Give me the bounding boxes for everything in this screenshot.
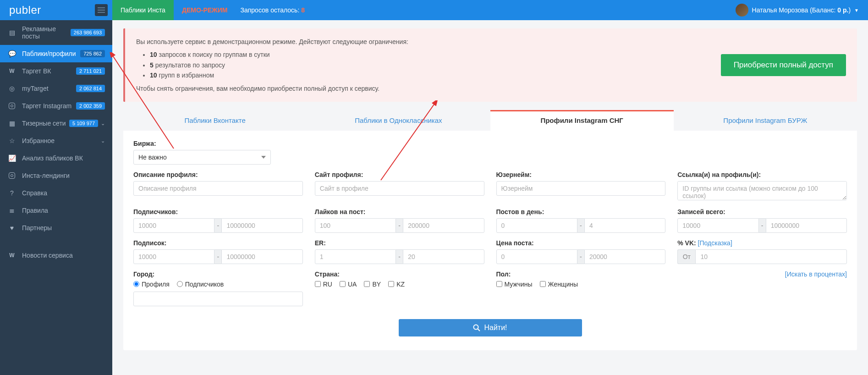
follows-from[interactable] — [133, 249, 214, 264]
ppd-to[interactable] — [584, 218, 665, 233]
chevron-down-icon: ▼ — [854, 8, 859, 13]
logo[interactable]: publer — [9, 4, 41, 17]
sidebar-item-6[interactable]: ☆Избранное⌄ — [0, 132, 112, 149]
tab-vk[interactable]: Паблики Вконтакте — [123, 110, 307, 131]
total-to[interactable] — [766, 218, 847, 233]
queries-left: Запросов осталось:8 — [241, 6, 305, 14]
count-badge: 5 109 977 — [69, 120, 98, 127]
sidebar-icon: ◎ — [7, 85, 16, 92]
follows-to[interactable] — [221, 249, 302, 264]
menu-toggle[interactable] — [95, 4, 108, 16]
sidebar-item-4[interactable]: Таргет Instagram2 002 359 — [0, 97, 112, 115]
er-to[interactable] — [403, 249, 484, 264]
price-from[interactable] — [496, 249, 577, 264]
sidebar-item-5[interactable]: ▦Тизерные сети5 109 977⌄ — [0, 115, 112, 132]
topnav-demo: ДЕМО-РЕЖИМ — [174, 0, 236, 20]
country-kz[interactable]: KZ — [388, 281, 405, 288]
country-by[interactable]: BY — [364, 281, 381, 288]
avatar — [736, 4, 748, 17]
sidebar-item-7[interactable]: 📈Анализ пабликов ВК — [0, 149, 112, 167]
count-badge: 2 002 359 — [76, 102, 105, 110]
site-input[interactable] — [315, 181, 484, 196]
birzha-select[interactable]: Не важно — [133, 150, 271, 165]
tab-insta-burzh[interactable]: Профили Instagram БУРЖ — [674, 110, 857, 131]
city-input[interactable] — [133, 292, 303, 306]
city-radio-subs[interactable]: Подписчиков — [177, 281, 224, 288]
sidebar-icon: W — [7, 252, 16, 259]
sidebar-icon: ☆ — [7, 137, 16, 144]
sidebar-icon: ? — [7, 189, 16, 197]
links-input[interactable] — [677, 181, 847, 200]
sidebar-icon: ≣ — [7, 207, 16, 214]
user-menu[interactable]: Наталья Морозова (Баланс: 0 р.) ▼ — [736, 4, 868, 17]
subs-from[interactable] — [133, 218, 214, 233]
label-birzha: Биржа: — [133, 140, 271, 147]
city-radio-profile[interactable]: Профиля — [133, 281, 170, 288]
sidebar-icon: ▦ — [7, 120, 16, 127]
sidebar-item-1[interactable]: 💬Паблики/профили725 862 — [0, 45, 112, 62]
likes-from[interactable] — [315, 218, 396, 233]
er-from[interactable] — [315, 249, 396, 264]
ppd-from[interactable] — [496, 218, 577, 233]
sidebar-item-9[interactable]: ?Справка — [0, 184, 112, 202]
sidebar-icon — [7, 172, 16, 179]
sidebar-icon: 📈 — [7, 154, 16, 162]
chevron-down-icon: ⌄ — [101, 121, 105, 127]
buy-full-access-button[interactable]: Приобрести полный доступ — [721, 54, 846, 76]
svg-point-0 — [474, 325, 478, 329]
sidebar-item-2[interactable]: WТаргет ВК2 711 021 — [0, 62, 112, 80]
vk-percent-input[interactable] — [695, 249, 847, 264]
count-badge: 725 862 — [80, 50, 105, 57]
search-icon — [473, 324, 480, 331]
sidebar-item-8[interactable]: Инста-лендинги — [0, 167, 112, 184]
sex-female[interactable]: Женщины — [540, 281, 578, 288]
tab-insta-sng[interactable]: Профили Instagram СНГ — [490, 110, 674, 131]
vk-hint-link[interactable]: [Подсказка] — [698, 239, 732, 247]
sidebar-icon: ▤ — [7, 29, 16, 36]
sidebar-icon: W — [7, 68, 16, 74]
sidebar-item-11[interactable]: ♥Партнеры — [0, 219, 112, 237]
chevron-down-icon: ⌄ — [101, 138, 105, 144]
country-ua[interactable]: UA — [340, 281, 357, 288]
likes-to[interactable] — [403, 218, 484, 233]
desc-input[interactable] — [133, 181, 303, 196]
search-percents-link[interactable]: [Искать в процентах] — [785, 270, 847, 278]
count-badge: 2 062 814 — [76, 85, 105, 92]
tab-ok[interactable]: Паблики в Одноклассниках — [307, 110, 490, 131]
sidebar-icon: 💬 — [7, 50, 16, 57]
demo-banner: Вы используете сервис в демонстрационном… — [123, 28, 857, 102]
username-input[interactable] — [496, 181, 666, 196]
subs-to[interactable] — [221, 218, 302, 233]
topnav-publics[interactable]: Паблики Инста — [112, 0, 174, 20]
country-ru[interactable]: RU — [315, 281, 332, 288]
sidebar-item-0[interactable]: ▤Рекламные посты263 986 693 — [0, 20, 112, 45]
price-to[interactable] — [584, 249, 665, 264]
total-from[interactable] — [677, 218, 758, 233]
sidebar-icon: ♥ — [7, 224, 16, 232]
svg-line-1 — [478, 329, 480, 331]
search-button[interactable]: Найти! — [399, 319, 582, 336]
sidebar-item-3[interactable]: ◎myTarget2 062 814 — [0, 80, 112, 97]
count-badge: 263 986 693 — [71, 29, 105, 36]
sidebar-item-10[interactable]: ≣Правила — [0, 202, 112, 219]
sidebar-icon — [7, 103, 16, 109]
sidebar-item-12[interactable]: WНовости сервиса — [0, 247, 112, 264]
sex-male[interactable]: Мужчины — [496, 281, 533, 288]
count-badge: 2 711 021 — [76, 67, 105, 75]
